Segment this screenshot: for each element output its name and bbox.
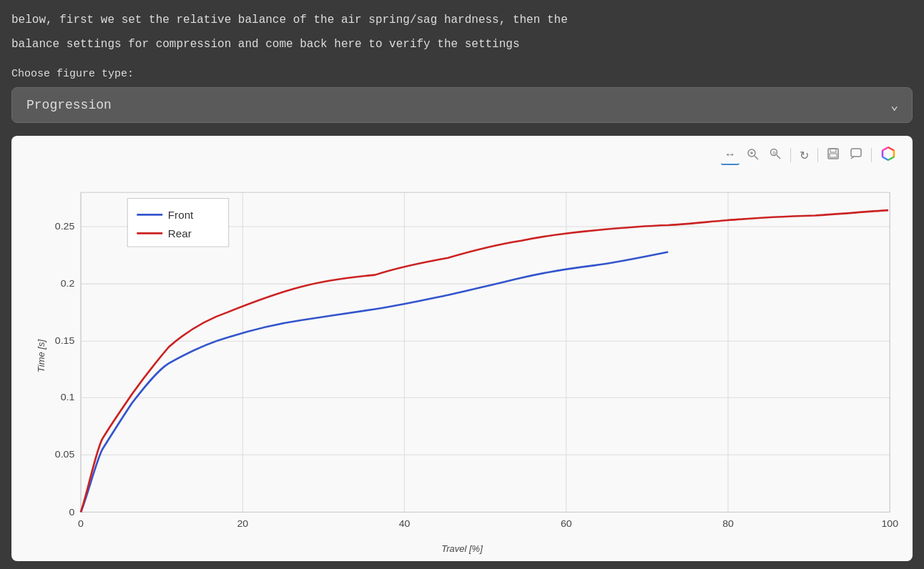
toolbar-divider-3	[871, 148, 872, 162]
svg-line-5	[777, 155, 780, 159]
svg-text:80: 80	[722, 518, 734, 530]
rear-curve	[81, 210, 888, 512]
svg-text:0.1: 0.1	[61, 392, 75, 403]
save-button[interactable]	[823, 144, 843, 166]
toolbar-divider-1	[790, 148, 791, 162]
svg-text:0.15: 0.15	[55, 335, 75, 347]
svg-text:⚙: ⚙	[772, 151, 776, 155]
toolbar-divider-2	[817, 148, 818, 162]
choose-label: Choose figure type:	[11, 68, 913, 80]
chart-area: Time [s] 0 0.05	[19, 170, 905, 542]
svg-text:0: 0	[78, 518, 84, 530]
chart-container: ↔ ⚙ ↻	[11, 136, 913, 561]
figure-type-select[interactable]: Progression Velocity Sensitivity Damping…	[11, 87, 913, 123]
figure-type-dropdown-container[interactable]: Progression Velocity Sensitivity Damping…	[11, 87, 913, 123]
svg-text:0.2: 0.2	[61, 278, 75, 290]
description-line1: below, first we set the relative balance…	[11, 11, 913, 30]
svg-text:0.25: 0.25	[55, 221, 75, 232]
svg-text:60: 60	[561, 518, 572, 530]
reset-view-button[interactable]: ↻	[796, 146, 812, 165]
svg-rect-10	[851, 149, 861, 157]
chart-toolbar: ↔ ⚙ ↻	[19, 143, 905, 167]
zoom-select-button[interactable]: ⚙	[765, 144, 785, 166]
y-axis-label: Time [s]	[36, 340, 46, 372]
svg-rect-39	[127, 199, 228, 247]
description-block: below, first we set the relative balance…	[11, 11, 913, 54]
svg-line-1	[755, 156, 758, 159]
comment-button[interactable]	[846, 144, 866, 166]
pan-tool-button[interactable]: ↔	[721, 145, 739, 165]
svg-text:0: 0	[69, 506, 74, 518]
svg-text:20: 20	[237, 518, 248, 530]
svg-text:100: 100	[881, 518, 898, 530]
logo-button[interactable]	[877, 143, 900, 167]
svg-text:0.05: 0.05	[55, 449, 75, 460]
svg-text:Rear: Rear	[168, 228, 192, 239]
x-axis-label: Travel [%]	[19, 543, 905, 554]
svg-text:40: 40	[399, 518, 411, 530]
front-curve	[81, 252, 668, 513]
svg-rect-9	[830, 154, 837, 157]
svg-text:Front: Front	[168, 209, 194, 221]
svg-marker-12	[882, 147, 895, 161]
chart-svg: 0 0.05 0.1 0.15 0.2 0.25 0 20 40 60 80 1…	[19, 170, 905, 542]
zoom-box-button[interactable]	[742, 144, 762, 166]
description-line2: balance settings for compression and com…	[11, 36, 913, 54]
